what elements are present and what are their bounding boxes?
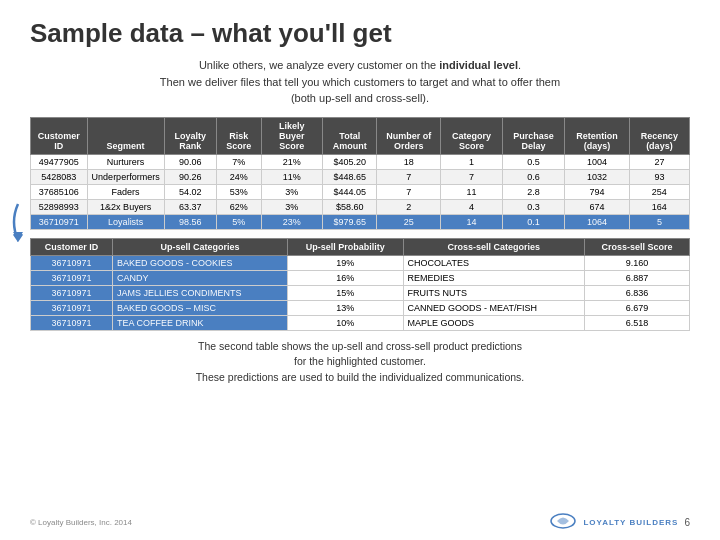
table-row: 37685106Faders54.0253%3%$444.057112.8794… [31, 184, 690, 199]
bottom-text: The second table shows the up-sell and c… [30, 339, 690, 386]
col-header-totalamount: Total Amount [323, 117, 377, 154]
col-header-categoryscore: Category Score [441, 117, 502, 154]
footer: © Loyalty Builders, Inc. 2014 LOYALTY BU… [0, 512, 720, 532]
subtitle-bold: individual level [439, 59, 518, 71]
col-header-purchasedelay: Purchase Delay [502, 117, 564, 154]
arrow-icon [8, 202, 28, 242]
subtitle-text4: (both up-sell and cross-sell). [291, 92, 429, 104]
col-header-likelybuyer: Likely Buyer Score [261, 117, 323, 154]
col2-header-crossscore: Cross-sell Score [584, 238, 689, 255]
col-header-numorders: Number of Orders [377, 117, 441, 154]
col-header-retention: Retention (days) [565, 117, 630, 154]
upsell-row: 36710971TEA COFFEE DRINK10%MAPLE GOODS6.… [31, 315, 690, 330]
col2-header-cross: Cross-sell Categories [403, 238, 584, 255]
upsell-table: Customer ID Up-sell Categories Up-sell P… [30, 238, 690, 331]
subtitle: Unlike others, we analyze every customer… [30, 57, 690, 107]
table-row: 36710971Loyalists98.565%23%$979.6525140.… [31, 214, 690, 229]
subtitle-text3: Then we deliver files that tell you whic… [160, 76, 560, 88]
col-header-recency: Recency (days) [629, 117, 689, 154]
main-data-table: Customer ID Segment Loyalty Rank Risk Sc… [30, 117, 690, 230]
page-number: 6 [684, 517, 690, 528]
col2-header-upsell: Up-sell Categories [112, 238, 287, 255]
table-row: 5428083Underperformers90.2624%11%$448.65… [31, 169, 690, 184]
table-row: 49477905Nurturers90.067%21%$405.201810.5… [31, 154, 690, 169]
logo-icon [549, 512, 577, 532]
upsell-row: 36710971BAKED GOODS - COOKIES19%CHOCOLAT… [31, 255, 690, 270]
upsell-row: 36710971BAKED GOODS – MISC13%CANNED GOOD… [31, 300, 690, 315]
page-title: Sample data – what you'll get [30, 18, 690, 49]
col-header-customerid: Customer ID [31, 117, 88, 154]
upsell-row: 36710971CANDY16%REMEDIES6.887 [31, 270, 690, 285]
copyright: © Loyalty Builders, Inc. 2014 [30, 518, 132, 527]
footer-right: LOYALTY BUILDERS 6 [549, 512, 690, 532]
table-row: 528989931&2x Buyers63.3762%3%$58.60240.3… [31, 199, 690, 214]
col-header-riskscore: Risk Score [217, 117, 261, 154]
subtitle-text2: . [518, 59, 521, 71]
col-header-segment: Segment [87, 117, 164, 154]
upsell-row: 36710971JAMS JELLIES CONDIMENTS15%FRUITS… [31, 285, 690, 300]
col2-header-customerid: Customer ID [31, 238, 113, 255]
col-header-loyaltyrank: Loyalty Rank [164, 117, 216, 154]
subtitle-text1: Unlike others, we analyze every customer… [199, 59, 439, 71]
logo-text: LOYALTY BUILDERS [583, 518, 678, 527]
col2-header-prob: Up-sell Probability [288, 238, 403, 255]
